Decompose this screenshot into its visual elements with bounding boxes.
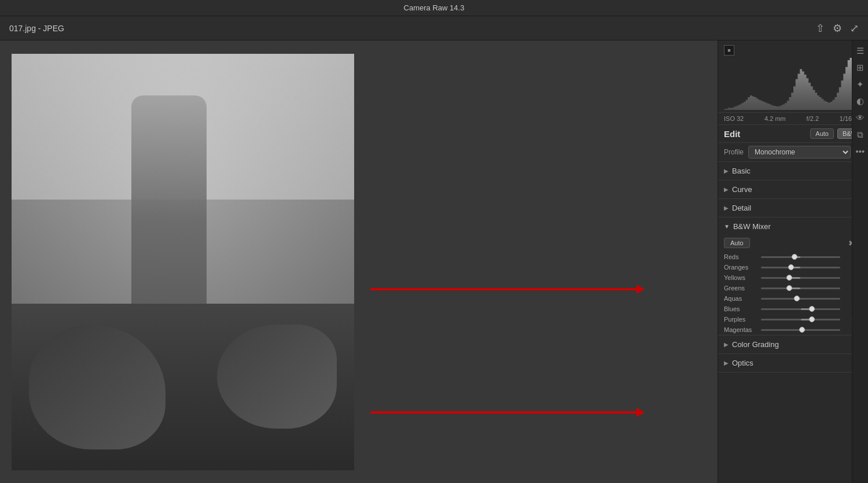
slider-thumb-yellows[interactable]: [786, 275, 792, 281]
optics-chevron: ▶: [724, 360, 729, 366]
curve-section-header[interactable]: ▶ Curve 👁: [718, 180, 868, 198]
slider-label-magentas: Magentas: [724, 326, 757, 333]
slider-thumb-reds[interactable]: [792, 254, 797, 260]
slider-row-purples: Purples+28: [718, 314, 868, 325]
export-icon[interactable]: ⇧: [816, 22, 825, 35]
bw-mixer-section: ▼ B&W Mixer 👁 Auto ✖⏱ Reds-15Oranges-25Y…: [718, 217, 868, 335]
profile-row: Profile Monochrome Adobe Color Adobe Sta…: [718, 143, 868, 162]
basic-chevron: ▶: [724, 168, 729, 174]
slider-row-magentas: Magentas+6: [718, 325, 868, 335]
tool-crop-icon[interactable]: ⊞: [856, 63, 864, 72]
optics-section: ▶ Optics 👁: [718, 354, 868, 373]
color-grading-chevron: ▶: [724, 341, 729, 348]
slider-track-magentas[interactable]: [761, 329, 840, 331]
slider-label-oranges: Oranges: [724, 264, 757, 271]
slider-label-yellows: Yellows: [724, 274, 757, 281]
slider-row-greens: Greens-30: [718, 283, 868, 293]
app-title: Camera Raw 14.3: [404, 3, 465, 12]
red-arrow-2: [370, 408, 645, 417]
bw-mixer-auto-button[interactable]: Auto: [724, 238, 750, 248]
slider-thumb-aquas[interactable]: [794, 296, 800, 301]
edit-title: Edit: [724, 129, 740, 139]
aperture-value: f/2.2: [807, 115, 819, 122]
bw-mixer-chevron: ▼: [724, 223, 730, 230]
slider-thumb-purples[interactable]: [809, 316, 815, 322]
header-icons: ⇧ ⚙ ⤢: [816, 22, 859, 35]
header-bar: 017.jpg - JPEG ⇧ ⚙ ⤢: [0, 16, 868, 40]
color-grading-title: Color Grading: [732, 340, 779, 349]
slider-label-reds: Reds: [724, 253, 757, 260]
slider-row-oranges: Oranges-25: [718, 262, 868, 272]
tool-more-icon[interactable]: •••: [856, 147, 865, 156]
slider-row-aquas: Aquas-10: [718, 293, 868, 304]
histogram-area: ■ ■: [718, 40, 868, 112]
header-filename: 017.jpg - JPEG: [9, 24, 64, 33]
edit-header: Edit Auto B&W: [718, 125, 868, 143]
profile-label: Profile: [724, 148, 744, 156]
tool-filter-icon[interactable]: ☰: [856, 46, 864, 55]
histogram-corner-tl[interactable]: ■: [724, 45, 734, 56]
histogram-canvas: [724, 58, 863, 110]
focal-value: 4.2 mm: [764, 115, 786, 122]
slider-label-purples: Purples: [724, 316, 757, 323]
expand-icon[interactable]: ⤢: [850, 22, 859, 35]
iso-value: ISO 32: [724, 115, 744, 122]
slider-track-purples[interactable]: [761, 319, 840, 320]
slider-track-blues[interactable]: [761, 308, 840, 310]
right-panel: ■ ■ ISO 32 4.2 mm f: [718, 40, 868, 483]
curve-section: ▶ Curve 👁: [718, 180, 868, 199]
detail-section: ▶ Detail 👁: [718, 199, 868, 217]
slider-row-yellows: Yellows-30: [718, 272, 868, 283]
image-area: [0, 40, 718, 483]
slider-track-reds[interactable]: [761, 256, 840, 258]
color-grading-header[interactable]: ▶ Color Grading 👁: [718, 335, 868, 353]
tool-redeye-icon[interactable]: 👁: [856, 113, 865, 122]
tool-layers-icon[interactable]: ⧉: [857, 130, 863, 139]
basic-title: Basic: [732, 167, 751, 175]
slider-label-aquas: Aquas: [724, 295, 757, 302]
bw-mixer-title: B&W Mixer: [733, 222, 771, 231]
tool-heal-icon[interactable]: ✦: [856, 80, 864, 89]
right-tool-bar: ☰ ⊞ ✦ ◐ 👁 ⧉ •••: [852, 40, 868, 483]
detail-section-header[interactable]: ▶ Detail 👁: [718, 199, 868, 217]
optics-section-header[interactable]: ▶ Optics 👁: [718, 354, 868, 372]
photo-container: [12, 54, 354, 470]
slider-row-reds: Reds-15: [718, 252, 868, 262]
slider-thumb-blues[interactable]: [809, 306, 815, 312]
slider-track-aquas[interactable]: [761, 298, 840, 300]
tool-mask-icon[interactable]: ◐: [856, 97, 864, 105]
slider-track-greens[interactable]: [761, 287, 840, 289]
slider-track-yellows[interactable]: [761, 277, 840, 279]
curve-title: Curve: [732, 185, 752, 194]
auto-button[interactable]: Auto: [810, 128, 834, 139]
red-arrow-1: [370, 285, 645, 294]
basic-section-header[interactable]: ▶ Basic 👁: [718, 162, 868, 180]
bw-mixer-header[interactable]: ▼ B&W Mixer 👁: [718, 217, 868, 235]
slider-thumb-oranges[interactable]: [788, 264, 794, 270]
detail-title: Detail: [732, 204, 751, 212]
detail-chevron: ▶: [724, 205, 729, 211]
title-bar: Camera Raw 14.3: [0, 0, 868, 16]
slider-row-blues: Blues+28: [718, 304, 868, 314]
slider-thumb-magentas[interactable]: [799, 327, 805, 333]
main-layout: ■ ■ ISO 32 4.2 mm f: [0, 40, 868, 483]
slider-label-greens: Greens: [724, 285, 757, 292]
histogram-controls: ■ ■: [724, 45, 862, 56]
sliders-container: Reds-15Oranges-25Yellows-30Greens-30Aqua…: [718, 252, 868, 335]
slider-label-blues: Blues: [724, 305, 757, 312]
color-grading-section: ▶ Color Grading 👁: [718, 335, 868, 354]
basic-section: ▶ Basic 👁: [718, 162, 868, 180]
slider-thumb-greens[interactable]: [786, 285, 792, 291]
curve-chevron: ▶: [724, 186, 729, 193]
slider-track-oranges[interactable]: [761, 267, 840, 268]
settings-icon[interactable]: ⚙: [833, 22, 842, 35]
optics-title: Optics: [732, 359, 753, 367]
histogram-svg: [724, 58, 863, 110]
profile-select[interactable]: Monochrome Adobe Color Adobe Standard: [748, 146, 851, 158]
camera-info: ISO 32 4.2 mm f/2.2 1/1600s: [718, 112, 868, 125]
auto-row: Auto ✖⏱: [718, 235, 868, 252]
